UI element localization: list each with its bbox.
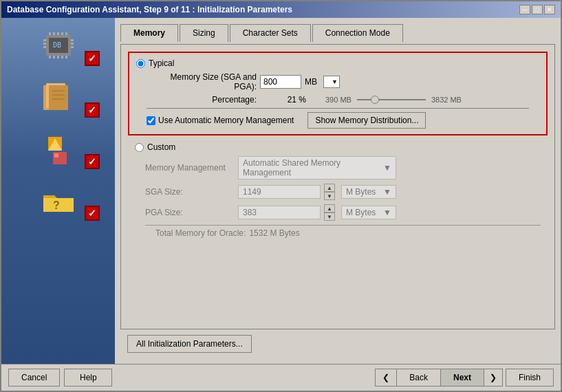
next-arrow[interactable]: ❯	[484, 369, 502, 386]
tab-character-sets[interactable]: Character Sets	[230, 24, 311, 42]
minimize-button[interactable]: ─	[519, 5, 530, 14]
window-title: Database Configuration Assistant, Step 9…	[7, 5, 292, 14]
maximize-button[interactable]: □	[532, 5, 543, 14]
svg-rect-28	[54, 153, 58, 157]
back-button[interactable]: Back	[397, 369, 441, 386]
typical-section: Typical Memory Size (SGA and PGA): MB ▼	[128, 52, 548, 135]
custom-section: Custom Memory Management Automatic Share…	[128, 142, 548, 238]
checkmark-1: ✓	[85, 51, 100, 66]
sga-unit: M Bytes	[346, 187, 376, 197]
sga-input[interactable]: 1149	[238, 185, 321, 199]
memory-mgmt-row: Memory Management Automatic Shared Memor…	[145, 156, 541, 179]
percentage-row: Percentage: 21 % 390 MB 3832 MB	[147, 95, 539, 105]
typical-label: Typical	[149, 58, 174, 68]
main-content: DB ✓ ✓	[1, 18, 561, 364]
sga-row: SGA Size: 1149 ▲ ▼ M Bytes ▼	[145, 184, 541, 200]
svg-rect-13	[49, 56, 51, 58]
cancel-button[interactable]: Cancel	[8, 369, 60, 386]
svg-rect-6	[71, 43, 74, 45]
slider-thumb[interactable]	[371, 96, 379, 104]
chip-icon: DB	[38, 28, 79, 66]
finish-button[interactable]: Finish	[506, 369, 554, 386]
svg-rect-5	[71, 39, 74, 41]
slider-track[interactable]	[357, 99, 426, 100]
folder-icon: ?	[38, 183, 79, 221]
auto-memory-row: Use Automatic Memory Management	[147, 116, 294, 125]
titlebar: Database Configuration Assistant, Step 9…	[1, 1, 561, 18]
auto-memory-checkbox[interactable]	[147, 116, 155, 125]
sga-value: 1149	[243, 187, 261, 197]
sga-decrement[interactable]: ▼	[324, 192, 335, 200]
all-init-params-button[interactable]: All Initialization Parameters...	[127, 335, 252, 353]
tab-connection-mode[interactable]: Connection Mode	[312, 24, 403, 42]
svg-text:?: ?	[53, 199, 60, 211]
total-memory-value: 1532 M Bytes	[249, 228, 299, 238]
memory-size-label: Memory Size (SGA and PGA):	[147, 72, 257, 91]
memory-size-input[interactable]	[260, 75, 301, 89]
total-memory-row: Total Memory for Oracle: 1532 M Bytes	[155, 228, 541, 238]
sidebar-item-4: ? ✓	[10, 179, 107, 224]
svg-rect-7	[71, 46, 74, 48]
pga-value: 383	[243, 208, 257, 217]
svg-rect-17	[65, 56, 67, 58]
pga-decrement[interactable]: ▼	[324, 213, 335, 221]
tab-memory[interactable]: Memory	[120, 24, 178, 42]
divider-1	[147, 108, 529, 109]
svg-rect-11	[61, 32, 63, 35]
pga-increment[interactable]: ▲	[324, 204, 335, 213]
svg-rect-10	[57, 32, 59, 35]
memory-mgmt-label: Memory Management	[145, 163, 235, 173]
custom-label: Custom	[147, 142, 175, 152]
svg-text:DB: DB	[53, 41, 61, 49]
slider-left: 390 MB	[325, 96, 352, 104]
svg-rect-9	[53, 32, 55, 35]
divider-2	[145, 225, 541, 226]
nav-button-group: ❮ Back Next ❯	[375, 369, 503, 386]
custom-fields: Memory Management Automatic Shared Memor…	[145, 156, 541, 238]
footer-right: ❮ Back Next ❯ Finish	[375, 369, 554, 386]
sga-unit-dropdown[interactable]: M Bytes ▼	[341, 185, 396, 199]
back-arrow[interactable]: ❮	[376, 369, 397, 386]
documents-icon	[38, 80, 79, 118]
sidebar: DB ✓ ✓	[1, 18, 115, 364]
show-memory-button[interactable]: Show Memory Distribution...	[307, 112, 426, 129]
pga-input[interactable]: 383	[238, 206, 321, 219]
svg-rect-2	[43, 39, 46, 41]
right-panel: Memory Sizing Character Sets Connection …	[115, 18, 561, 364]
bottom-bar: All Initialization Parameters...	[120, 329, 555, 358]
pga-stepper: ▲ ▼	[324, 204, 335, 221]
memory-mgmt-dropdown[interactable]: Automatic Shared Memory Management ▼	[238, 156, 396, 179]
custom-radio[interactable]	[135, 143, 144, 152]
tab-sizing[interactable]: Sizing	[180, 24, 228, 42]
memory-dropdown[interactable]: ▼	[323, 76, 340, 88]
shapes-icon	[38, 131, 79, 169]
checkmark-3: ✓	[85, 154, 100, 169]
sga-increment[interactable]: ▲	[324, 184, 335, 192]
typical-radio[interactable]	[136, 59, 145, 68]
window-controls: ─ □ ✕	[519, 5, 555, 14]
slider-right: 3832 MB	[431, 96, 462, 104]
sidebar-item-1: DB ✓	[10, 25, 107, 69]
svg-rect-4	[43, 46, 46, 48]
sidebar-item-3: ✓	[10, 128, 107, 173]
close-button[interactable]: ✕	[544, 5, 555, 14]
checkmark-4: ✓	[85, 206, 100, 221]
percentage-label: Percentage:	[147, 95, 257, 105]
svg-rect-15	[57, 56, 59, 58]
next-button[interactable]: Next	[441, 369, 484, 386]
percentage-value: 21 %	[265, 95, 306, 105]
memory-mgmt-arrow: ▼	[383, 163, 391, 173]
checkmark-2: ✓	[85, 102, 100, 118]
pga-row: PGA Size: 383 ▲ ▼ M Bytes ▼	[145, 204, 541, 221]
svg-rect-21	[49, 85, 68, 110]
svg-rect-14	[53, 56, 55, 58]
svg-rect-8	[49, 32, 51, 35]
help-button[interactable]: Help	[64, 369, 112, 386]
pga-unit: M Bytes	[346, 208, 376, 217]
memory-size-row: Memory Size (SGA and PGA): MB ▼	[147, 72, 539, 91]
pga-unit-dropdown[interactable]: M Bytes ▼	[341, 206, 396, 219]
sga-label: SGA Size:	[145, 187, 235, 197]
svg-rect-12	[65, 32, 67, 35]
tab-content-memory: Typical Memory Size (SGA and PGA): MB ▼	[120, 44, 555, 329]
total-memory-label: Total Memory for Oracle:	[155, 228, 246, 238]
